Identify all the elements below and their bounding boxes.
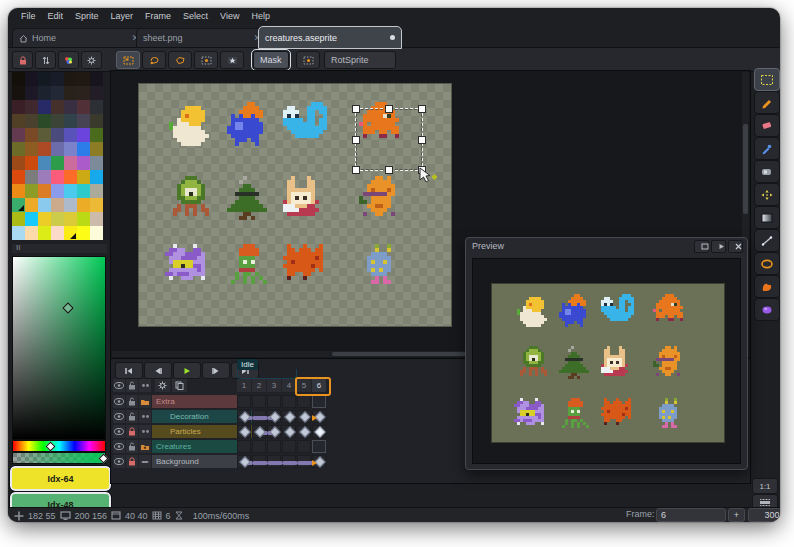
sv-marker[interactable] [62,303,73,314]
menu-help[interactable]: Help [246,10,275,22]
palette-lock-button[interactable] [12,51,33,69]
cel-extra-f6[interactable] [312,395,326,408]
layer-background-type[interactable] [139,455,151,468]
layer-decoration-lock[interactable] [126,410,138,423]
cel-creatures-f5[interactable] [297,440,311,453]
menu-layer[interactable]: Layer [106,10,139,22]
palette-swatch[interactable] [90,128,103,142]
tool-eraser[interactable] [754,114,780,137]
cel-particles-f2[interactable] [252,425,266,438]
selection-handle[interactable] [352,136,360,144]
cel-background-f6[interactable] [312,455,326,468]
palette-swatch[interactable] [90,184,103,198]
tool-gradient[interactable] [754,206,780,229]
palette-swatch[interactable] [90,100,103,114]
magic-wand-button[interactable] [194,51,218,69]
palette-swatch[interactable] [12,142,25,156]
palette-swatch[interactable] [51,100,64,114]
palette-swatch[interactable] [38,86,51,100]
palette-swatch[interactable] [64,212,77,226]
cel-creatures-f4[interactable] [282,440,296,453]
layer-creatures-visibility[interactable] [113,440,125,453]
tab-sheet-png[interactable]: sheet.png✕ [136,28,268,47]
palette-swatch[interactable] [12,184,25,198]
cel-decoration-f4[interactable] [282,410,296,423]
cel-background-f3[interactable] [267,455,281,468]
palette-swatch[interactable] [64,198,77,212]
palette-swatch[interactable] [90,142,103,156]
palette-swatch[interactable] [90,72,103,86]
palette-swatch[interactable] [51,226,64,240]
palette-swatch[interactable] [25,226,38,240]
menu-select[interactable]: Select [178,10,213,22]
palette-swatch[interactable] [51,86,64,100]
palette-swatch[interactable] [51,212,64,226]
palette-swatch[interactable] [77,226,90,240]
mask-button[interactable]: Mask [253,51,289,69]
tool-pencil[interactable] [754,91,780,114]
palette-presets-button[interactable] [58,51,79,69]
selection-handle[interactable] [352,105,360,113]
palette-swatch[interactable] [90,156,103,170]
palette-swatch[interactable] [64,184,77,198]
palette-swatch[interactable] [64,156,77,170]
palette-swatch[interactable] [64,170,77,184]
palette-swatch[interactable] [12,170,25,184]
palette-swatch[interactable] [38,198,51,212]
palette-swatch[interactable] [38,128,51,142]
palette-swatch[interactable] [25,142,38,156]
palette-swatch[interactable] [38,156,51,170]
cel-extra-f1[interactable] [237,395,251,408]
lasso-button[interactable] [142,51,166,69]
preview-titlebar[interactable]: Preview [466,238,747,254]
palette-swatch[interactable] [38,226,51,240]
palette-swatch[interactable] [51,184,64,198]
palette-sort-button[interactable] [35,51,56,69]
tool-rectangular-marquee[interactable] [754,68,780,91]
layer-creatures-lock[interactable] [126,440,138,453]
alpha-slider[interactable] [12,452,106,464]
palette-swatch[interactable] [25,198,38,212]
palette-swatch[interactable] [90,114,103,128]
palette-swatch[interactable] [12,72,25,86]
palette-swatch[interactable] [25,72,38,86]
palette-swatch[interactable] [51,156,64,170]
sprite-canvas[interactable] [138,83,452,327]
preview-play-button[interactable] [711,240,726,253]
tool-eyedropper[interactable] [754,137,780,160]
zoom-level-display[interactable]: 300.0% [748,508,780,522]
layer-decoration-visibility[interactable] [113,410,125,423]
cel-creatures-f1[interactable] [237,440,251,453]
palette-swatch[interactable] [12,114,25,128]
pixel-ratio-button[interactable]: 1:1 [752,478,778,494]
palette-swatch[interactable] [12,156,25,170]
layer-extra-visibility[interactable] [113,395,125,408]
layer-background-visibility[interactable] [113,455,125,468]
frame-header-4[interactable]: 4 [282,379,296,392]
palette-swatch[interactable] [51,128,64,142]
palette-swatch[interactable] [90,86,103,100]
layer-particles-lock[interactable] [126,425,138,438]
palette-options-button[interactable] [81,51,102,69]
layer-name-extra[interactable]: Extra [152,395,239,408]
cel-extra-f3[interactable] [267,395,281,408]
selection-handle[interactable] [418,136,426,144]
palette-swatch[interactable] [12,128,25,142]
palette-swatch[interactable] [38,142,51,156]
tool-ellipse[interactable] [754,252,780,275]
next-frame-button[interactable] [202,362,230,379]
cel-creatures-f2[interactable] [252,440,266,453]
cel-particles-f1[interactable] [237,425,251,438]
palette-swatch[interactable] [64,128,77,142]
palette-swatch[interactable] [38,114,51,128]
tool-zoom[interactable] [754,160,780,183]
palette-swatch[interactable] [64,114,77,128]
cel-decoration-f5[interactable] [297,410,311,423]
new-cel-button[interactable] [172,379,187,392]
cel-extra-f2[interactable] [252,395,266,408]
palette-swatch[interactable] [51,198,64,212]
palette-swatch[interactable] [77,114,90,128]
palette-swatch[interactable] [77,212,90,226]
frame-tag[interactable]: Idle [237,359,258,370]
palette-swatch[interactable] [77,72,90,86]
